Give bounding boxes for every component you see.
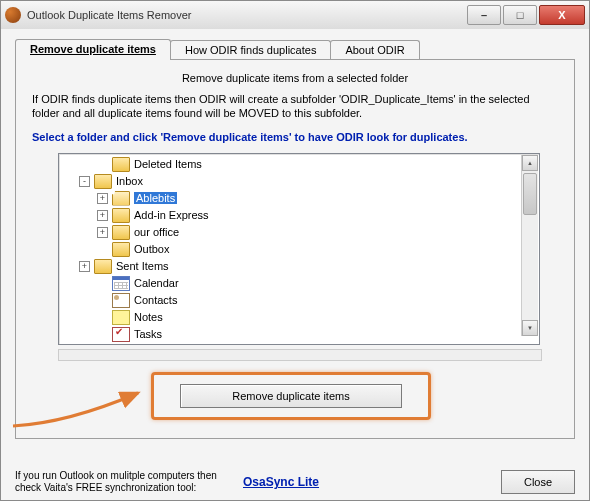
client-area: Remove duplicate items How ODIR finds du…: [1, 29, 589, 500]
scroll-thumb[interactable]: [523, 173, 537, 215]
tree-row[interactable]: Notes: [61, 309, 537, 326]
tree-row[interactable]: Deleted Items: [61, 156, 537, 173]
tree-row[interactable]: +our office: [61, 224, 537, 241]
tree-item-label[interactable]: Add-in Express: [134, 209, 209, 221]
expand-icon[interactable]: +: [79, 261, 90, 272]
maximize-button[interactable]: □: [503, 5, 537, 25]
scroll-down-button[interactable]: ▼: [522, 320, 538, 336]
instruction-text: Select a folder and click 'Remove duplic…: [32, 131, 558, 143]
tree-row[interactable]: Calendar: [61, 275, 537, 292]
folder-tree-wrap: Deleted Items-Inbox+Ablebits+Add-in Expr…: [58, 153, 538, 353]
folder-tree[interactable]: Deleted Items-Inbox+Ablebits+Add-in Expr…: [58, 153, 540, 345]
expand-icon[interactable]: +: [97, 227, 108, 238]
folder-open-icon: [112, 191, 130, 206]
footer-text: If you run Outlook on mulitple computers…: [15, 470, 235, 494]
tree-item-label[interactable]: Inbox: [116, 175, 143, 187]
expand-icon[interactable]: +: [97, 210, 108, 221]
tree-row[interactable]: +Add-in Express: [61, 207, 537, 224]
tab-about-odir[interactable]: About ODIR: [330, 40, 419, 59]
tree-item-label[interactable]: Tasks: [134, 328, 162, 340]
tasks-icon: [112, 327, 130, 342]
tree-item-label[interactable]: Calendar: [134, 277, 179, 289]
tab-panel: Remove duplicate items from a selected f…: [15, 59, 575, 439]
close-button[interactable]: Close: [501, 470, 575, 494]
folder-icon: [112, 242, 130, 257]
contacts-icon: [112, 293, 130, 308]
folder-icon: [112, 208, 130, 223]
tree-item-label[interactable]: Notes: [134, 311, 163, 323]
tree-item-label[interactable]: Sent Items: [116, 260, 169, 272]
tree-row[interactable]: +Ablebits: [61, 190, 537, 207]
footer-link[interactable]: OsaSync Lite: [243, 475, 319, 489]
vertical-scrollbar[interactable]: ▲ ▼: [521, 155, 538, 336]
tree-row[interactable]: -Inbox: [61, 173, 537, 190]
close-window-button[interactable]: X: [539, 5, 585, 25]
footer: If you run Outlook on mulitple computers…: [15, 470, 575, 494]
tree-row[interactable]: Outbox: [61, 241, 537, 258]
tree-item-label[interactable]: Ablebits: [134, 192, 177, 204]
highlight-annotation: Remove duplicate items: [151, 372, 431, 420]
folder-icon: [112, 225, 130, 240]
explain-text: If ODIR finds duplicate items then ODIR …: [32, 92, 558, 121]
tab-strip: Remove duplicate items How ODIR finds du…: [15, 37, 575, 59]
folder-icon: [112, 157, 130, 172]
tree-item-label[interactable]: our office: [134, 226, 179, 238]
tree-item-label[interactable]: Contacts: [134, 294, 177, 306]
notes-icon: [112, 310, 130, 325]
collapse-icon[interactable]: -: [79, 176, 90, 187]
tree-item-label[interactable]: Deleted Items: [134, 158, 202, 170]
tab-how-odir-finds[interactable]: How ODIR finds duplicates: [170, 40, 331, 59]
app-window: Outlook Duplicate Items Remover – □ X Re…: [0, 0, 590, 501]
arrow-annotation-icon: [8, 378, 158, 428]
window-title: Outlook Duplicate Items Remover: [27, 9, 467, 21]
title-bar[interactable]: Outlook Duplicate Items Remover – □ X: [1, 1, 589, 30]
tree-row[interactable]: Tasks: [61, 326, 537, 343]
folder-icon: [94, 259, 112, 274]
intro-text: Remove duplicate items from a selected f…: [28, 72, 562, 84]
tree-row[interactable]: Contacts: [61, 292, 537, 309]
tab-container: Remove duplicate items How ODIR finds du…: [15, 37, 575, 441]
tree-item-label[interactable]: Outbox: [134, 243, 169, 255]
folder-icon: [94, 174, 112, 189]
tab-remove-duplicates[interactable]: Remove duplicate items: [15, 39, 171, 60]
expand-icon[interactable]: +: [97, 193, 108, 204]
scroll-up-button[interactable]: ▲: [522, 155, 538, 171]
remove-duplicates-button[interactable]: Remove duplicate items: [180, 384, 402, 408]
horizontal-scrollbar[interactable]: [58, 349, 542, 361]
minimize-button[interactable]: –: [467, 5, 501, 25]
calendar-icon: [112, 276, 130, 291]
tree-row[interactable]: +Sent Items: [61, 258, 537, 275]
app-icon: [5, 7, 21, 23]
